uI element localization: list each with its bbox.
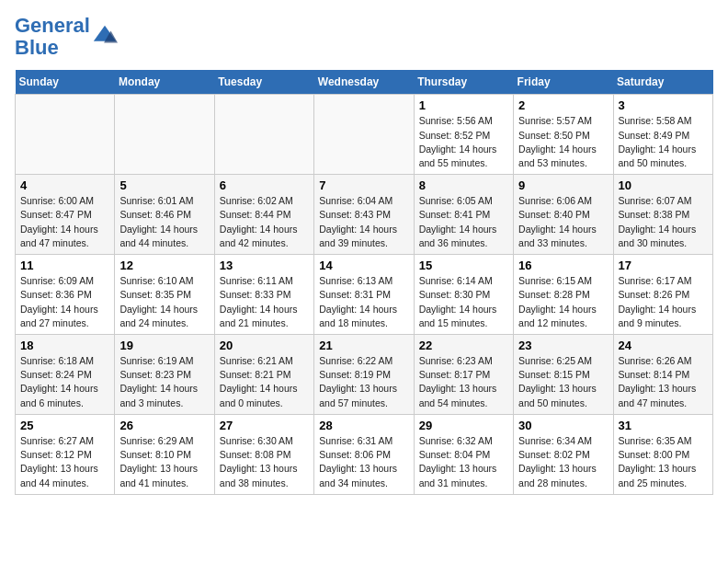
calendar-cell: 31Sunrise: 6:35 AM Sunset: 8:00 PM Dayli… <box>613 414 712 494</box>
day-info: Sunrise: 6:06 AM Sunset: 8:40 PM Dayligh… <box>518 194 608 250</box>
calendar-cell: 22Sunrise: 6:23 AM Sunset: 8:17 PM Dayli… <box>414 335 513 415</box>
day-number: 5 <box>119 178 209 192</box>
day-info: Sunrise: 6:15 AM Sunset: 8:28 PM Dayligh… <box>518 274 608 330</box>
calendar-cell: 29Sunrise: 6:32 AM Sunset: 8:04 PM Dayli… <box>414 414 513 494</box>
day-number: 15 <box>419 259 508 272</box>
calendar-cell: 21Sunrise: 6:22 AM Sunset: 8:19 PM Dayli… <box>314 335 414 415</box>
calendar-cell: 23Sunrise: 6:25 AM Sunset: 8:15 PM Dayli… <box>514 335 613 415</box>
calendar-cell: 14Sunrise: 6:13 AM Sunset: 8:31 PM Dayli… <box>314 255 414 335</box>
day-number: 31 <box>619 419 708 432</box>
day-info: Sunrise: 6:21 AM Sunset: 8:21 PM Dayligh… <box>220 354 309 410</box>
day-number: 3 <box>619 98 708 112</box>
calendar-cell: 10Sunrise: 6:07 AM Sunset: 8:38 PM Dayli… <box>613 175 712 255</box>
day-info: Sunrise: 6:34 AM Sunset: 8:02 PM Dayligh… <box>518 434 608 490</box>
day-info: Sunrise: 6:31 AM Sunset: 8:06 PM Dayligh… <box>319 434 408 490</box>
day-number: 6 <box>220 178 309 192</box>
day-info: Sunrise: 6:25 AM Sunset: 8:15 PM Dayligh… <box>518 354 608 410</box>
day-info: Sunrise: 5:56 AM Sunset: 8:52 PM Dayligh… <box>419 114 508 170</box>
day-info: Sunrise: 6:35 AM Sunset: 8:00 PM Dayligh… <box>619 434 708 490</box>
weekday-monday: Monday <box>115 70 214 95</box>
day-number: 4 <box>20 178 109 192</box>
day-number: 30 <box>518 419 608 432</box>
calendar-cell: 4Sunrise: 6:00 AM Sunset: 8:47 PM Daylig… <box>16 175 115 255</box>
day-number: 9 <box>518 178 608 192</box>
calendar-cell <box>314 95 414 175</box>
week-row-5: 25Sunrise: 6:27 AM Sunset: 8:12 PM Dayli… <box>16 414 713 494</box>
day-number: 23 <box>518 339 608 352</box>
weekday-friday: Friday <box>514 70 613 95</box>
day-info: Sunrise: 6:10 AM Sunset: 8:35 PM Dayligh… <box>119 274 209 330</box>
day-info: Sunrise: 5:58 AM Sunset: 8:49 PM Dayligh… <box>619 114 708 170</box>
day-info: Sunrise: 6:14 AM Sunset: 8:30 PM Dayligh… <box>419 274 508 330</box>
calendar-cell: 6Sunrise: 6:02 AM Sunset: 8:44 PM Daylig… <box>214 175 313 255</box>
logo-icon <box>92 24 118 50</box>
day-number: 17 <box>619 259 708 272</box>
day-info: Sunrise: 6:19 AM Sunset: 8:23 PM Dayligh… <box>119 354 209 410</box>
day-number: 26 <box>119 419 209 432</box>
calendar-cell: 17Sunrise: 6:17 AM Sunset: 8:26 PM Dayli… <box>613 255 712 335</box>
calendar-cell: 1Sunrise: 5:56 AM Sunset: 8:52 PM Daylig… <box>414 95 513 175</box>
day-info: Sunrise: 5:57 AM Sunset: 8:50 PM Dayligh… <box>518 114 608 170</box>
weekday-wednesday: Wednesday <box>314 70 414 95</box>
week-row-1: 1Sunrise: 5:56 AM Sunset: 8:52 PM Daylig… <box>16 95 713 175</box>
calendar-cell: 19Sunrise: 6:19 AM Sunset: 8:23 PM Dayli… <box>115 335 214 415</box>
day-info: Sunrise: 6:11 AM Sunset: 8:33 PM Dayligh… <box>220 274 309 330</box>
day-number: 2 <box>518 98 608 112</box>
day-number: 25 <box>20 419 109 432</box>
day-info: Sunrise: 6:04 AM Sunset: 8:43 PM Dayligh… <box>319 194 408 250</box>
calendar-cell <box>214 95 313 175</box>
calendar-cell: 15Sunrise: 6:14 AM Sunset: 8:30 PM Dayli… <box>414 255 513 335</box>
day-info: Sunrise: 6:32 AM Sunset: 8:04 PM Dayligh… <box>419 434 508 490</box>
calendar-cell: 11Sunrise: 6:09 AM Sunset: 8:36 PM Dayli… <box>16 255 115 335</box>
day-number: 14 <box>319 259 408 272</box>
day-number: 11 <box>20 259 109 272</box>
day-info: Sunrise: 6:18 AM Sunset: 8:24 PM Dayligh… <box>20 354 109 410</box>
weekday-thursday: Thursday <box>414 70 513 95</box>
day-number: 20 <box>220 339 309 352</box>
weekday-tuesday: Tuesday <box>214 70 313 95</box>
calendar-cell: 5Sunrise: 6:01 AM Sunset: 8:46 PM Daylig… <box>115 175 214 255</box>
day-info: Sunrise: 6:13 AM Sunset: 8:31 PM Dayligh… <box>319 274 408 330</box>
day-number: 8 <box>419 178 508 192</box>
day-number: 1 <box>419 98 508 112</box>
calendar-cell: 28Sunrise: 6:31 AM Sunset: 8:06 PM Dayli… <box>314 414 414 494</box>
logo-text: GeneralBlue <box>15 15 90 59</box>
day-number: 29 <box>419 419 508 432</box>
day-number: 22 <box>419 339 508 352</box>
day-info: Sunrise: 6:23 AM Sunset: 8:17 PM Dayligh… <box>419 354 508 410</box>
calendar-cell: 13Sunrise: 6:11 AM Sunset: 8:33 PM Dayli… <box>214 255 313 335</box>
calendar-cell: 25Sunrise: 6:27 AM Sunset: 8:12 PM Dayli… <box>16 414 115 494</box>
day-info: Sunrise: 6:30 AM Sunset: 8:08 PM Dayligh… <box>220 434 309 490</box>
day-number: 27 <box>220 419 309 432</box>
day-info: Sunrise: 6:05 AM Sunset: 8:41 PM Dayligh… <box>419 194 508 250</box>
calendar-cell: 20Sunrise: 6:21 AM Sunset: 8:21 PM Dayli… <box>214 335 313 415</box>
day-info: Sunrise: 6:22 AM Sunset: 8:19 PM Dayligh… <box>319 354 408 410</box>
calendar-cell: 2Sunrise: 5:57 AM Sunset: 8:50 PM Daylig… <box>514 95 613 175</box>
weekday-saturday: Saturday <box>613 70 712 95</box>
calendar-cell: 30Sunrise: 6:34 AM Sunset: 8:02 PM Dayli… <box>514 414 613 494</box>
day-info: Sunrise: 6:02 AM Sunset: 8:44 PM Dayligh… <box>220 194 309 250</box>
day-number: 7 <box>319 178 408 192</box>
calendar-cell: 26Sunrise: 6:29 AM Sunset: 8:10 PM Dayli… <box>115 414 214 494</box>
calendar-cell: 9Sunrise: 6:06 AM Sunset: 8:40 PM Daylig… <box>514 175 613 255</box>
calendar-cell: 12Sunrise: 6:10 AM Sunset: 8:35 PM Dayli… <box>115 255 214 335</box>
day-info: Sunrise: 6:17 AM Sunset: 8:26 PM Dayligh… <box>619 274 708 330</box>
day-info: Sunrise: 6:00 AM Sunset: 8:47 PM Dayligh… <box>20 194 109 250</box>
day-info: Sunrise: 6:29 AM Sunset: 8:10 PM Dayligh… <box>119 434 209 490</box>
day-number: 12 <box>119 259 209 272</box>
calendar-cell: 8Sunrise: 6:05 AM Sunset: 8:41 PM Daylig… <box>414 175 513 255</box>
day-number: 13 <box>220 259 309 272</box>
calendar-cell: 24Sunrise: 6:26 AM Sunset: 8:14 PM Dayli… <box>613 335 712 415</box>
day-info: Sunrise: 6:26 AM Sunset: 8:14 PM Dayligh… <box>619 354 708 410</box>
day-info: Sunrise: 6:01 AM Sunset: 8:46 PM Dayligh… <box>119 194 209 250</box>
day-number: 16 <box>518 259 608 272</box>
calendar-cell: 16Sunrise: 6:15 AM Sunset: 8:28 PM Dayli… <box>514 255 613 335</box>
day-info: Sunrise: 6:07 AM Sunset: 8:38 PM Dayligh… <box>619 194 708 250</box>
week-row-3: 11Sunrise: 6:09 AM Sunset: 8:36 PM Dayli… <box>16 255 713 335</box>
day-number: 21 <box>319 339 408 352</box>
day-number: 10 <box>619 178 708 192</box>
calendar-cell: 18Sunrise: 6:18 AM Sunset: 8:24 PM Dayli… <box>16 335 115 415</box>
week-row-2: 4Sunrise: 6:00 AM Sunset: 8:47 PM Daylig… <box>16 175 713 255</box>
day-number: 18 <box>20 339 109 352</box>
day-number: 24 <box>619 339 708 352</box>
